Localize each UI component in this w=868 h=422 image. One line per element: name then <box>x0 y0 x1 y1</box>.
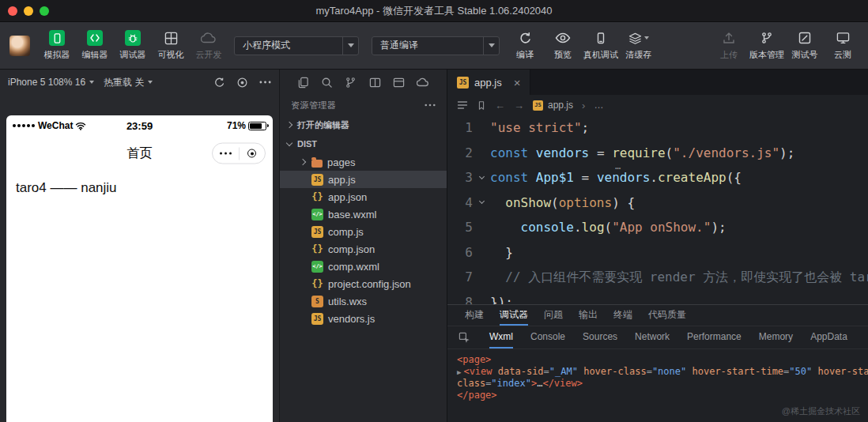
compile-mode-select[interactable]: 普通编译 <box>372 36 500 55</box>
window-title: myTaro4App - 微信开发者工具 Stable 1.06.2402040 <box>0 4 868 18</box>
breadcrumb-more[interactable]: … <box>594 100 603 111</box>
visualization-button[interactable]: 可视化 <box>152 24 190 68</box>
compile-button[interactable]: 编译 <box>506 24 544 68</box>
editor-tab-appjs[interactable]: JS app.js × <box>447 70 530 95</box>
explorer-header-label: 资源管理器 <box>291 100 337 111</box>
editor-panel: JS app.js × ← → JS app.js › … 1"use stri… <box>447 70 868 422</box>
debugger-tab-代码质量[interactable]: 代码质量 <box>648 305 686 326</box>
cloud-sync-icon[interactable] <box>417 77 429 87</box>
compile-button-label: 编译 <box>516 49 534 61</box>
version-control-button[interactable]: 版本管理 <box>748 24 786 68</box>
git-branch-icon <box>760 30 773 46</box>
preview-button[interactable]: 预览 <box>544 24 582 68</box>
file-item-pages[interactable]: pages <box>280 153 447 171</box>
device-debug-button-label: 真机调试 <box>583 49 618 61</box>
json-file-icon: {} <box>311 278 323 290</box>
debugger-button[interactable]: 调试器 <box>114 24 152 68</box>
wxml-line-3[interactable]: class="index">…</view> <box>457 378 868 390</box>
inspect-element-icon[interactable] <box>459 326 470 349</box>
file-item-app.js[interactable]: JSapp.js <box>280 171 447 188</box>
capsule-more-icon[interactable] <box>213 152 239 155</box>
open-editors-section[interactable]: 打开的编辑器 <box>280 115 447 134</box>
clear-cache-button[interactable]: 清缓存 <box>620 24 658 68</box>
devtools-tab-Sources[interactable]: Sources <box>583 326 617 349</box>
test-account-button[interactable]: 测试号 <box>786 24 824 68</box>
source-control-icon[interactable] <box>345 77 357 89</box>
device-select[interactable]: iPhone 5 108% 16 <box>8 77 94 88</box>
hot-reload-select[interactable]: 热重载 关 <box>104 76 153 89</box>
devtools-tab-Network[interactable]: Network <box>635 326 670 349</box>
file-tree: pagesJSapp.js{}app.json</>base.wxmlJScom… <box>280 153 447 327</box>
debugger-tab-问题[interactable]: 问题 <box>544 305 563 326</box>
mode-select[interactable]: 小程序模式 <box>234 36 359 55</box>
debugger-tabs: 构建调试器问题输出终端代码质量 <box>447 305 868 326</box>
debugger-icon <box>125 30 141 46</box>
file-item-base.wxml[interactable]: </>base.wxml <box>280 205 447 223</box>
navigate-back-icon[interactable]: ← <box>495 100 505 111</box>
file-item-comp.json[interactable]: {}comp.json <box>280 240 447 258</box>
file-item-app.json[interactable]: {}app.json <box>280 188 447 205</box>
line-number: 8 <box>447 290 473 305</box>
more-actions-icon[interactable] <box>425 104 436 107</box>
fold-chevron-icon[interactable] <box>478 174 484 179</box>
devtools-tab-AppData[interactable]: AppData <box>810 326 847 349</box>
line-number: 4 <box>447 190 473 216</box>
outline-icon[interactable] <box>457 100 468 110</box>
cloud-test-button[interactable]: 云测 <box>824 24 862 68</box>
compile-mode-select-value: 普通编译 <box>372 39 483 52</box>
mode-select-value: 小程序模式 <box>235 39 342 52</box>
js-file-icon: JS <box>533 100 543 111</box>
upload-button[interactable]: 上传 <box>710 24 748 68</box>
close-tab-icon[interactable]: × <box>514 77 521 89</box>
wxml-line-4[interactable]: </page> <box>457 390 868 401</box>
file-item-utils.wxs[interactable]: Sutils.wxs <box>280 292 447 310</box>
devtools-tab-Wxml[interactable]: Wxml <box>489 326 513 349</box>
file-item-project.config.json[interactable]: {}project.config.json <box>280 275 447 292</box>
maximize-window-button[interactable] <box>40 6 49 16</box>
devtools-tab-Performance[interactable]: Performance <box>687 326 742 349</box>
close-window-button[interactable] <box>8 6 17 16</box>
cloud-dev-button[interactable]: 云开发 <box>190 24 228 68</box>
debugger-tab-调试器[interactable]: 调试器 <box>500 305 528 326</box>
debugger-tab-构建[interactable]: 构建 <box>465 305 484 326</box>
monitor-icon <box>836 30 850 46</box>
js-file-icon: JS <box>311 226 323 238</box>
simulator-panel: iPhone 5 108% 16 热重载 关 <box>0 70 279 422</box>
main-toolbar: 模拟器 编辑器 调试器 可视化 云开发 小程序模式 普通编译 编译 <box>0 22 868 70</box>
device-debug-button[interactable]: 真机调试 <box>582 24 620 68</box>
breadcrumb-file[interactable]: JS app.js <box>533 100 573 111</box>
editor-button[interactable]: 编辑器 <box>76 24 114 68</box>
code-editor[interactable]: 1"use strict";2const vendors = require("… <box>447 115 868 304</box>
root-folder-section[interactable]: DIST <box>280 134 447 153</box>
navigate-forward-icon[interactable]: → <box>514 100 524 111</box>
root-folder-label: DIST <box>297 139 317 149</box>
user-avatar[interactable] <box>9 36 30 56</box>
breadcrumb-file-name: app.js <box>548 100 573 111</box>
upload-button-label: 上传 <box>720 49 738 61</box>
bookmark-icon[interactable] <box>477 100 486 111</box>
file-item-vendors.js[interactable]: JSvendors.js <box>280 310 447 327</box>
capsule-close-icon[interactable] <box>240 149 266 158</box>
file-name: pages <box>327 156 355 168</box>
debugger-tab-输出[interactable]: 输出 <box>579 305 598 326</box>
refresh-icon[interactable] <box>213 77 225 89</box>
wxml-line-1[interactable]: <page> <box>457 354 868 366</box>
minimize-window-button[interactable] <box>24 6 33 16</box>
more-options-icon[interactable] <box>259 81 271 84</box>
files-icon[interactable] <box>297 77 309 89</box>
fold-chevron-icon[interactable] <box>478 198 484 204</box>
debugger-tab-终端[interactable]: 终端 <box>613 305 632 326</box>
record-screen-icon[interactable] <box>236 77 248 89</box>
split-editor-icon[interactable] <box>369 77 381 89</box>
file-item-comp.js[interactable]: JScomp.js <box>280 223 447 240</box>
search-icon[interactable] <box>321 77 333 89</box>
simulator-button[interactable]: 模拟器 <box>38 24 76 68</box>
expand-arrow-icon[interactable]: ▶ <box>457 368 461 376</box>
line-number: 7 <box>447 265 473 290</box>
file-item-comp.wxml[interactable]: </>comp.wxml <box>280 258 447 275</box>
panel-layout-icon[interactable] <box>393 77 405 89</box>
chevron-right-icon: › <box>582 100 585 111</box>
devtools-tab-Memory[interactable]: Memory <box>759 326 793 349</box>
wxml-line-2[interactable]: ▶<view data-sid="_AM" hover-class="none"… <box>457 366 868 379</box>
devtools-tab-Console[interactable]: Console <box>530 326 565 349</box>
